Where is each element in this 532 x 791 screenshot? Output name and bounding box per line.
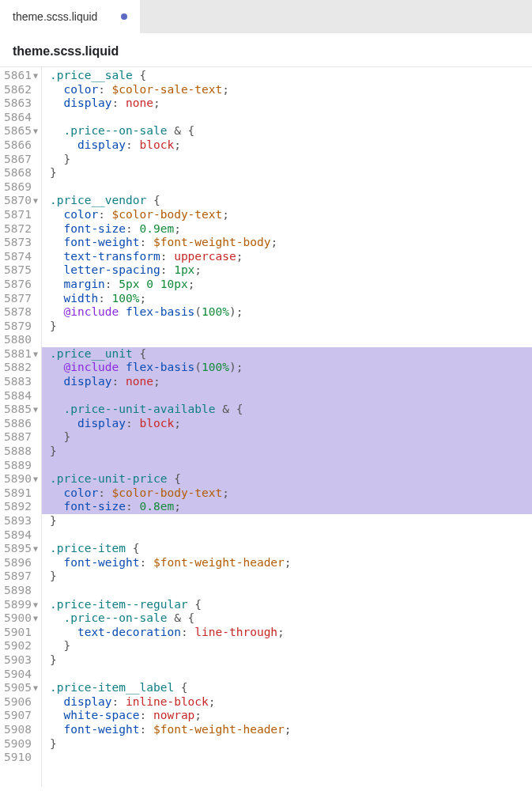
fold-toggle-icon[interactable]: ▼	[32, 542, 40, 556]
fold-toggle-icon[interactable]: ▼	[32, 194, 40, 208]
line-number: 5891	[0, 486, 32, 501]
line-number: 5889	[0, 459, 32, 473]
gutter-row: 5866	[0, 138, 41, 153]
line-number: 5867	[0, 153, 32, 167]
code-line[interactable]	[50, 528, 532, 543]
code-line[interactable]	[50, 584, 532, 598]
gutter-row: 5886	[0, 417, 41, 431]
code-editor[interactable]: 5861▼5862586358645865▼586658675868586958…	[0, 67, 532, 786]
code-line[interactable]: display: none;	[42, 375, 532, 389]
code-line[interactable]: white-space: nowrap;	[50, 709, 532, 723]
fold-toggle-icon[interactable]: ▼	[32, 611, 40, 626]
code-line[interactable]: .price-item {	[50, 542, 532, 556]
code-line[interactable]: }	[50, 737, 532, 751]
code-line[interactable]: }	[50, 514, 532, 528]
code-line[interactable]: text-decoration: line-through;	[50, 626, 532, 640]
line-number: 5868	[0, 166, 32, 180]
gutter-row: 5884	[0, 389, 41, 403]
line-number: 5862	[0, 83, 32, 97]
gutter-row: 5893	[0, 514, 41, 528]
line-number: 5861	[0, 69, 32, 83]
fold-toggle-icon[interactable]: ▼	[32, 472, 40, 486]
code-line[interactable]: .price-item__label {	[50, 681, 532, 695]
code-line[interactable]: }	[50, 166, 532, 180]
code-line[interactable]: display: none;	[50, 97, 532, 111]
fold-toggle-icon[interactable]: ▼	[32, 403, 40, 417]
code-line[interactable]: font-weight: $font-weight-header;	[50, 556, 532, 570]
code-line[interactable]: font-size: 0.9em;	[50, 222, 532, 237]
code-line[interactable]: }	[42, 445, 532, 459]
code-line[interactable]	[42, 389, 532, 403]
code-line[interactable]: letter-spacing: 1px;	[50, 263, 532, 278]
code-line[interactable]: color: $color-sale-text;	[50, 83, 532, 97]
fold-toggle-icon[interactable]: ▼	[32, 124, 40, 138]
code-line[interactable]	[50, 333, 532, 347]
code-line[interactable]: margin: 5px 0 10px;	[50, 278, 532, 292]
gutter-row: 5885▼	[0, 403, 41, 417]
gutter-row: 5889	[0, 459, 41, 473]
gutter-row: 5898	[0, 584, 41, 598]
gutter-row: 5909	[0, 737, 41, 751]
gutter-row: 5901	[0, 626, 41, 640]
code-line[interactable]: }	[50, 653, 532, 668]
code-line[interactable]: font-weight: $font-weight-header;	[50, 723, 532, 737]
line-number: 5897	[0, 570, 32, 584]
code-line[interactable]	[42, 459, 532, 473]
gutter-row: 5905▼	[0, 681, 41, 695]
code-line[interactable]: color: $color-body-text;	[50, 208, 532, 222]
code-area[interactable]: .price__sale { color: $color-sale-text; …	[41, 67, 532, 786]
code-line[interactable]	[50, 111, 532, 125]
gutter-row: 5900▼	[0, 611, 41, 626]
code-line[interactable]	[50, 180, 532, 195]
line-number: 5901	[0, 626, 32, 640]
line-number: 5886	[0, 417, 32, 431]
code-line[interactable]: .price--unit-available & {	[42, 403, 532, 417]
code-line[interactable]: .price--on-sale & {	[50, 124, 532, 138]
line-number: 5892	[0, 500, 32, 514]
code-line[interactable]: .price__sale {	[50, 69, 532, 83]
code-line[interactable]: .price--on-sale & {	[50, 611, 532, 626]
code-line[interactable]: color: $color-body-text;	[42, 486, 532, 501]
code-line[interactable]: }	[50, 639, 532, 653]
code-line[interactable]: display: inline-block;	[50, 695, 532, 710]
code-line[interactable]: }	[50, 320, 532, 334]
code-line[interactable]: }	[42, 430, 532, 445]
code-line[interactable]: @include flex-basis(100%);	[50, 305, 532, 320]
file-header: theme.scss.liquid	[0, 33, 532, 67]
fold-toggle-icon[interactable]: ▼	[32, 347, 40, 361]
gutter-row: 5864	[0, 111, 41, 125]
gutter-row: 5881▼	[0, 347, 41, 361]
code-line[interactable]	[50, 668, 532, 682]
gutter-row: 5870▼	[0, 194, 41, 208]
line-number: 5874	[0, 250, 32, 264]
code-line[interactable]: text-transform: uppercase;	[50, 250, 532, 264]
gutter-row: 5865▼	[0, 124, 41, 138]
gutter-row: 5908	[0, 723, 41, 737]
code-line[interactable]: width: 100%;	[50, 292, 532, 306]
tab-file[interactable]: theme.scss.liquid	[0, 0, 140, 33]
fold-toggle-icon[interactable]: ▼	[32, 598, 40, 612]
line-number: 5885	[0, 403, 32, 417]
code-line[interactable]: }	[50, 570, 532, 584]
fold-toggle-icon[interactable]: ▼	[32, 69, 40, 83]
code-line[interactable]: font-size: 0.8em;	[42, 500, 532, 514]
line-number: 5881	[0, 347, 32, 361]
code-line[interactable]: }	[50, 153, 532, 167]
gutter-row: 5906	[0, 695, 41, 710]
line-number: 5873	[0, 236, 32, 250]
line-number: 5864	[0, 111, 32, 125]
line-number: 5877	[0, 292, 32, 306]
code-line[interactable]: .price__unit {	[42, 347, 532, 361]
line-number: 5902	[0, 639, 32, 653]
fold-toggle-icon[interactable]: ▼	[32, 681, 40, 695]
gutter-row: 5907	[0, 709, 41, 723]
code-line[interactable]	[50, 751, 532, 765]
code-line[interactable]: @include flex-basis(100%);	[42, 361, 532, 375]
code-line[interactable]: display: block;	[42, 417, 532, 431]
code-line[interactable]: .price-item--regular {	[50, 598, 532, 612]
code-line[interactable]: display: block;	[50, 138, 532, 153]
code-line[interactable]: .price__vendor {	[50, 194, 532, 208]
gutter-row: 5897	[0, 570, 41, 584]
code-line[interactable]: .price-unit-price {	[42, 472, 532, 486]
code-line[interactable]: font-weight: $font-weight-body;	[50, 236, 532, 250]
